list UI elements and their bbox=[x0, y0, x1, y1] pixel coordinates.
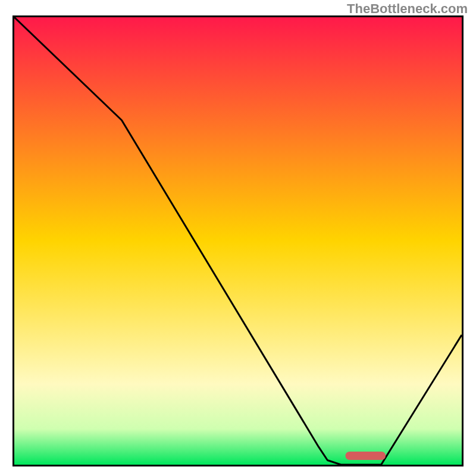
svg-rect-1 bbox=[345, 452, 386, 460]
svg-rect-0 bbox=[14, 17, 462, 465]
chart-svg bbox=[14, 17, 462, 465]
watermark-text: TheBottleneck.com bbox=[347, 1, 468, 17]
plot-area bbox=[12, 15, 464, 466]
chart-container: TheBottleneck.com bbox=[0, 0, 476, 476]
